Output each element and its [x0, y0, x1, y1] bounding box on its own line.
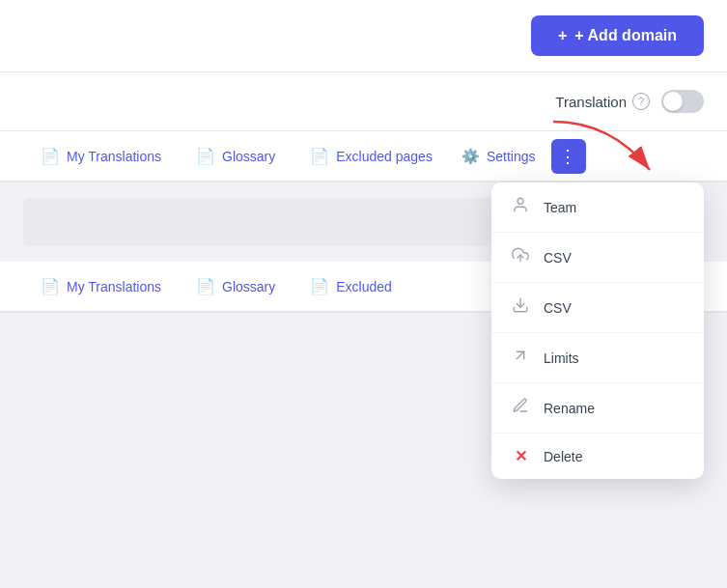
excluded-2-icon: 📄 [310, 277, 329, 295]
my-translations-icon: 📄 [41, 147, 60, 165]
dropdown-menu: Team CSV CSV [491, 182, 704, 479]
arrow-overlay [534, 117, 669, 188]
glossary-icon: 📄 [196, 147, 215, 165]
translation-text: Translation [555, 94, 627, 110]
glossary-label: Glossary [222, 149, 275, 164]
settings-label: Settings [487, 149, 536, 164]
dropdown-item-csv-download[interactable]: CSV [491, 283, 704, 333]
tab-settings[interactable]: ⚙️ Settings [450, 132, 547, 181]
excluded-pages-label: Excluded pages [336, 149, 433, 164]
dropdown-item-delete[interactable]: ✕ Delete [491, 434, 704, 479]
settings-icon: ⚙️ [461, 148, 480, 165]
limits-label: Limits [544, 350, 579, 366]
rename-icon [511, 397, 530, 419]
dropdown-item-team[interactable]: Team [491, 182, 704, 233]
my-translations-2-label: My Translations [67, 279, 161, 294]
top-bar: + + Add domain [0, 0, 727, 72]
dropdown-item-rename[interactable]: Rename [491, 383, 704, 434]
add-domain-button[interactable]: + + Add domain [531, 15, 704, 56]
translation-label: Translation ? [555, 93, 650, 110]
tab-glossary[interactable]: 📄 Glossary [179, 131, 293, 182]
csv-upload-icon [511, 246, 530, 268]
rename-label: Rename [544, 401, 595, 416]
tab-excluded-2[interactable]: 📄 Excluded [293, 262, 409, 313]
arrow-svg [534, 117, 669, 184]
delete-icon: ✕ [511, 447, 530, 465]
svg-line-4 [517, 351, 524, 359]
my-translations-label: My Translations [67, 149, 161, 164]
limits-icon [511, 347, 530, 369]
team-icon [511, 196, 530, 218]
csv-upload-label: CSV [544, 250, 572, 266]
tab-my-translations-2[interactable]: 📄 My Translations [23, 262, 179, 313]
csv-download-label: CSV [544, 300, 572, 316]
dropdown-item-csv-upload[interactable]: CSV [491, 233, 704, 283]
tab-my-translations[interactable]: 📄 My Translations [23, 131, 179, 182]
plus-icon: + [558, 27, 567, 44]
my-translations-2-icon: 📄 [41, 277, 60, 295]
add-domain-label: + Add domain [574, 27, 677, 44]
glossary-2-label: Glossary [222, 279, 275, 294]
excluded-2-label: Excluded [336, 279, 392, 294]
delete-label: Delete [544, 449, 582, 464]
glossary-2-icon: 📄 [196, 277, 215, 295]
dropdown-item-limits[interactable]: Limits [491, 333, 704, 383]
tab-excluded-pages[interactable]: 📄 Excluded pages [293, 131, 450, 182]
csv-download-icon [511, 296, 530, 319]
tab-glossary-2[interactable]: 📄 Glossary [179, 262, 293, 313]
translation-toggle[interactable] [661, 90, 704, 113]
excluded-pages-icon: 📄 [310, 147, 329, 165]
svg-point-1 [517, 198, 523, 204]
team-label: Team [544, 200, 576, 215]
help-icon[interactable]: ? [632, 93, 650, 110]
translation-row: Translation ? [0, 72, 727, 131]
